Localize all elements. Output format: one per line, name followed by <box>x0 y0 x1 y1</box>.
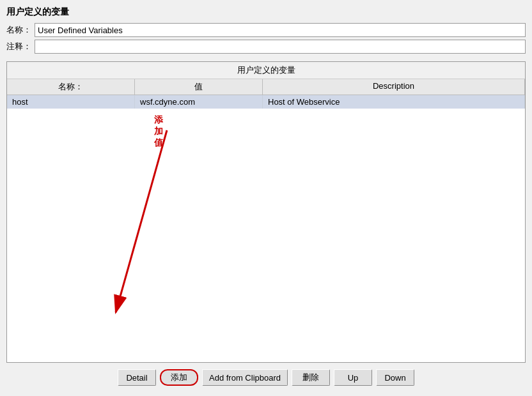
down-button[interactable]: Down <box>376 369 414 386</box>
annotation-text: 添加值 <box>154 114 163 149</box>
arrow-svg <box>103 108 244 338</box>
name-row: 名称： <box>6 23 526 37</box>
cell-value: wsf.cdyne.com <box>135 95 263 109</box>
col-header-name: 名称： <box>7 79 135 95</box>
up-button[interactable]: Up <box>334 369 372 386</box>
comment-input[interactable] <box>35 40 526 54</box>
table-row[interactable]: host wsf.cdyne.com Host of Webservice <box>7 95 525 109</box>
col-header-value: 值 <box>135 79 263 95</box>
cell-name: host <box>7 95 135 109</box>
window-title: 用户定义的变量 <box>6 6 526 18</box>
delete-button[interactable]: 删除 <box>292 369 330 386</box>
svg-line-1 <box>116 130 167 312</box>
variables-table-section: 用户定义的变量 名称： 值 Description host wsf.cdyne… <box>6 61 526 363</box>
main-window: 用户定义的变量 名称： 注释： 用户定义的变量 名称： 值 Descriptio… <box>0 0 532 396</box>
cell-desc: Host of Webservice <box>263 95 525 109</box>
add-from-clipboard-button[interactable]: Add from Clipboard <box>202 369 288 386</box>
table-body: host wsf.cdyne.com Host of Webservice 添加… <box>7 95 525 362</box>
comment-label: 注释： <box>6 41 32 52</box>
col-header-desc: Description <box>263 79 525 95</box>
name-label: 名称： <box>6 24 32 36</box>
table-title: 用户定义的变量 <box>7 62 525 79</box>
comment-row: 注释： <box>6 40 526 54</box>
button-bar: Detail 添加 Add from Clipboard 删除 Up Down <box>6 363 526 390</box>
name-input[interactable] <box>35 23 526 37</box>
detail-button[interactable]: Detail <box>118 369 156 386</box>
add-button[interactable]: 添加 <box>160 369 198 386</box>
table-header: 名称： 值 Description <box>7 79 525 95</box>
